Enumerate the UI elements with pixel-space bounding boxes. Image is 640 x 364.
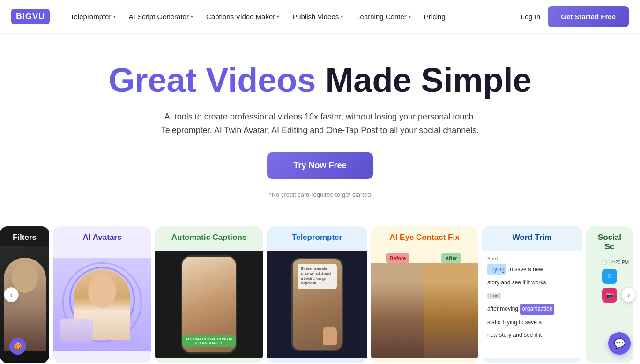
nav-label: AI Script Generator	[129, 13, 189, 21]
social-icons: 𝕏 📷	[602, 269, 617, 303]
cards-strip: Filters AI Avatars	[0, 226, 640, 363]
wt-row-5: new story and see if it	[487, 330, 577, 341]
phone-frame: AUTOMATIC CAPTIONS IN 70 LANGUAGES	[181, 255, 237, 354]
nav-item-learning[interactable]: Learning Center ▾	[350, 9, 417, 24]
card-filters-label: Filters	[0, 226, 49, 246]
instagram-icon: 📷	[602, 288, 617, 303]
wt-row-1: Trying to save a new	[487, 264, 577, 275]
avatars-visual	[53, 258, 151, 351]
card-eye-image: Before → After	[371, 246, 478, 363]
wt-word-to: to save a new	[508, 265, 543, 275]
nav-label: Learning Center	[356, 13, 407, 21]
nav-label: Teleprompter	[70, 13, 112, 21]
chevron-down-icon: ▾	[191, 14, 193, 19]
nav-item-captions[interactable]: Captions Video Maker ▾	[201, 9, 285, 24]
wt-word-new-story: new story and see if it	[487, 330, 542, 341]
no-card-text: *No credit card required to get started	[9, 191, 631, 198]
twitter-icon: 𝕏	[602, 269, 617, 284]
tele-hand	[323, 327, 337, 345]
wt-row-3: after moving organization	[487, 304, 577, 315]
wt-word-story: story and see if it works	[487, 278, 546, 288]
cookie-icon: 🍪	[13, 342, 22, 351]
card-eye-label: AI Eye Contact Fix	[371, 226, 478, 246]
card-automatic-captions: Automatic Captions AUTOMATIC CAPTIONS IN…	[155, 226, 263, 363]
card-ai-avatars: AI Avatars	[53, 226, 151, 363]
chat-widget-button[interactable]: 💬	[608, 332, 631, 355]
nav-right: Log In Get Started Free	[521, 6, 629, 27]
chevron-down-icon: ▾	[341, 14, 343, 19]
card-teleprompter: Teleprompter It's been a minute since we…	[267, 226, 367, 363]
get-started-button[interactable]: Get Started Free	[548, 6, 629, 27]
card-teleprompter-image: It's been a minute since we last shared …	[267, 246, 367, 363]
wt-word-after: after moving	[487, 304, 518, 314]
eye-face-after	[424, 263, 478, 358]
wt-start-label: Start	[487, 256, 577, 261]
chat-icon: 💬	[614, 338, 625, 349]
wt-row-2: story and see if it works	[487, 278, 577, 288]
login-button[interactable]: Log In	[521, 13, 541, 21]
logo[interactable]: BIGVU	[11, 9, 50, 24]
nav-item-publish[interactable]: Publish Videos ▾	[287, 9, 349, 24]
wt-row-4: static Trying to save a	[487, 318, 577, 328]
wt-word-static: static Trying to save a	[487, 318, 542, 328]
eye-after-badge: After	[441, 253, 461, 263]
card-ai-avatars-image	[53, 246, 151, 363]
social-time: 🕐 14:20 PM	[601, 260, 629, 265]
try-now-button[interactable]: Try Now Free	[267, 152, 372, 179]
chevron-down-icon: ▾	[277, 14, 279, 19]
nav-item-pricing[interactable]: Pricing	[418, 9, 451, 24]
wt-word-trying: Trying	[487, 264, 506, 275]
wordtrim-visual: Start Trying to save a new story and see…	[482, 251, 582, 358]
hero-title-plain: Made Simple	[325, 61, 531, 99]
filters-person	[4, 258, 46, 351]
card-captions-image: AUTOMATIC CAPTIONS IN 70 LANGUAGES	[155, 246, 263, 363]
carousel-next-button[interactable]: ›	[621, 287, 636, 302]
avatar-mini-inner	[60, 319, 92, 342]
captions-visual: AUTOMATIC CAPTIONS IN 70 LANGUAGES	[155, 251, 263, 358]
wt-word-organization: organization	[520, 304, 554, 315]
clock-icon: 🕐	[601, 260, 607, 265]
hero-title-colored: Great Videos	[109, 61, 326, 99]
eye-before-half: Before	[371, 251, 424, 358]
navbar: BIGVU Teleprompter ▾ AI Script Generator…	[0, 0, 640, 34]
teleprompter-visual: It's been a minute since we last shared …	[267, 251, 367, 358]
eye-arrow-icon: →	[419, 298, 430, 311]
wt-end-label: End	[487, 293, 501, 299]
card-wordtrim-label: Word Trim	[482, 226, 582, 246]
nav-links: Teleprompter ▾ AI Script Generator ▾ Cap…	[65, 9, 521, 24]
nav-label: Publish Videos	[292, 13, 339, 21]
avatar-mini-preview	[60, 319, 93, 342]
card-teleprompter-label: Teleprompter	[267, 226, 367, 246]
card-ai-eye-contact: AI Eye Contact Fix Before → After	[371, 226, 478, 363]
nav-item-ai-script[interactable]: AI Script Generator ▾	[123, 9, 199, 24]
chevron-down-icon: ▾	[113, 14, 116, 19]
cookie-button[interactable]: 🍪	[9, 338, 26, 355]
carousel-prev-button[interactable]: ‹	[4, 287, 19, 302]
chevron-down-icon: ▾	[409, 14, 411, 19]
captions-badge: AUTOMATIC CAPTIONS IN 70 LANGUAGES	[182, 335, 236, 347]
eye-face-before	[371, 263, 424, 358]
phone-screen: AUTOMATIC CAPTIONS IN 70 LANGUAGES	[182, 257, 236, 352]
hero-section: Great Videos Made Simple AI tools to cre…	[0, 34, 640, 217]
tele-script-text: It's been a minute since we last shared …	[298, 264, 337, 289]
tele-phone: It's been a minute since we last shared …	[291, 258, 343, 351]
tele-screen: It's been a minute since we last shared …	[293, 259, 342, 350]
nav-item-teleprompter[interactable]: Teleprompter ▾	[65, 9, 121, 24]
card-ai-avatars-label: AI Avatars	[53, 226, 151, 246]
nav-label: Captions Video Maker	[206, 13, 275, 21]
eye-after-half: After	[424, 251, 478, 358]
wt-end-row: End	[487, 293, 577, 299]
card-word-trim: Word Trim Start Trying to save a new sto…	[482, 226, 582, 363]
cards-container: ‹ Filters AI Avatars	[0, 226, 640, 363]
hero-title: Great Videos Made Simple	[9, 62, 631, 99]
card-captions-label: Automatic Captions	[155, 226, 263, 246]
eye-before-badge: Before	[386, 253, 410, 263]
eye-visual: Before → After	[371, 251, 478, 358]
card-social-label: Social Sc	[586, 226, 633, 255]
social-time-text: 14:20 PM	[609, 260, 629, 265]
card-wordtrim-image: Start Trying to save a new story and see…	[482, 246, 582, 363]
hero-subtitle: AI tools to create professional videos 1…	[161, 110, 479, 137]
